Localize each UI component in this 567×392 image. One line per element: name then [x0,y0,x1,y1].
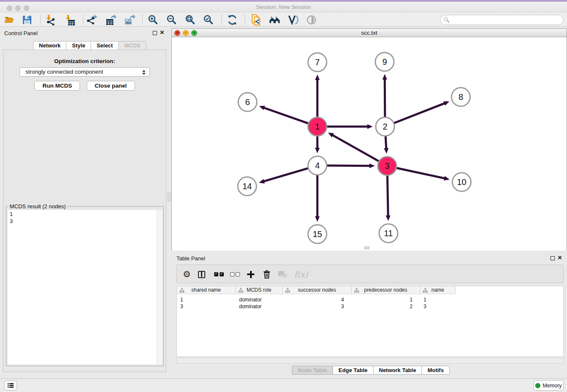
optimization-label: Optimization criterion: [3,58,166,64]
close-panel-icon[interactable]: × [558,254,562,262]
table-tab-node-table[interactable]: Node Table [292,366,333,375]
dropdown-stepper-icon [142,69,146,76]
toolbar-separator [142,15,143,25]
splitter-grip[interactable] [364,246,369,249]
result-scrollbar[interactable] [157,210,162,364]
vizmapper-icon[interactable] [287,14,298,25]
zoom-in-icon[interactable] [148,14,159,25]
toolbar-separator [40,15,41,25]
export-network-icon[interactable] [87,14,98,25]
edge-2-8[interactable] [393,103,445,124]
zoom-selected-icon[interactable] [203,14,214,25]
node-label-4: 4 [315,161,319,170]
tab-network[interactable]: Network [33,41,66,50]
edge-arrowhead [259,106,265,110]
zoom-fit-icon[interactable] [185,14,196,25]
table-panel: Table Panel × ⚙ f(x) shared nameMCDS rol… [171,252,567,378]
panel-divider-grip[interactable] [168,192,171,202]
column-header-name[interactable]: name [420,286,456,294]
delete-column-icon[interactable] [263,265,271,284]
table-cell[interactable]: dominator [236,296,283,303]
edge-2-3[interactable] [385,135,386,149]
table-settings-icon[interactable]: ⚙ [183,265,191,284]
delete-table-icon [278,265,287,284]
table-panel-header: Table Panel × [171,252,567,264]
network-canvas[interactable]: 1234678910111415 [172,38,567,251]
edge-arrowhead [259,179,265,184]
column-header-shared-name[interactable]: shared name [177,286,236,294]
column-header-MCDS-role[interactable]: MCDS role [236,286,283,294]
table-cell[interactable]: 1 [420,296,456,303]
table-cell[interactable]: 4 [283,296,352,303]
memory-status-icon [535,383,540,388]
node-label-1: 1 [315,122,319,131]
search-input[interactable] [440,15,564,25]
import-network-icon[interactable] [45,14,56,25]
column-header-successor-nodes[interactable]: successor nodes [283,286,352,294]
edge-3-10[interactable] [396,168,445,178]
tab-style[interactable]: Style [66,41,91,50]
table-cell[interactable]: 2 [352,303,420,310]
edge-arrowhead [384,148,388,154]
edge-3-1[interactable] [332,135,380,162]
table-cell[interactable]: 1 [352,296,420,303]
float-panel-icon[interactable] [153,31,157,35]
save-icon[interactable] [22,14,33,25]
optimization-dropdown-value: strongly connected component [25,69,103,75]
table-cell[interactable]: dominator [236,303,283,310]
refresh-layout-icon[interactable] [227,14,238,25]
export-table-icon[interactable] [105,14,116,25]
toolbar-separator [221,15,222,25]
network-view-title: scc.txt [172,30,567,36]
create-column-icon[interactable] [247,265,254,284]
close-panel-icon[interactable]: × [160,29,164,36]
tab-mcds[interactable]: MCDS [118,41,146,50]
network-graph[interactable]: 1234678910111415 [172,38,567,251]
node-table[interactable]: shared nameMCDS rolesuccessor nodesprede… [176,286,564,357]
mcds-result-group: MCDS result (2 nodes) 1 3 [6,206,164,366]
home-icon[interactable] [269,14,280,25]
table-cell[interactable]: 1 [177,296,236,303]
table-scrollbar[interactable] [176,358,564,364]
edge-arrowhead [386,215,391,221]
close-panel-button[interactable]: Close panel [87,81,135,91]
network-window-titlebar[interactable]: ✕ − + scc.txt [172,29,567,37]
mcds-result-text[interactable]: 1 3 [8,210,157,364]
table-cell[interactable]: 3 [420,303,456,310]
memory-button[interactable]: Memory [534,380,564,391]
edge-4-3[interactable] [326,166,370,166]
optimization-dropdown[interactable]: strongly connected component [19,67,150,77]
node-label-10: 10 [457,177,466,187]
node-label-11: 11 [384,229,393,238]
unselect-all-columns-icon[interactable] [230,265,241,284]
select-all-columns-icon[interactable] [214,265,225,284]
run-mcds-button[interactable]: Run MCDS [34,81,80,91]
tab-select[interactable]: Select [91,41,118,50]
edge-4-14[interactable] [263,168,309,182]
main-toolbar [0,13,567,27]
node-label-2: 2 [383,122,387,131]
edge-1-6[interactable] [264,108,309,124]
node-label-8: 8 [458,92,463,102]
edge-2-9[interactable] [385,79,385,118]
zoom-out-icon[interactable] [166,14,177,25]
table-cell[interactable]: 3 [177,303,236,310]
export-image-icon[interactable] [124,14,135,25]
memory-label: Memory [542,383,561,389]
table-tab-edge-table[interactable]: Edge Table [333,366,373,375]
duplicate-network-icon[interactable] [250,14,261,25]
table-tab-network-table[interactable]: Network Table [373,366,422,375]
table-tab-motifs[interactable]: Motifs [421,366,449,375]
column-browser-icon[interactable] [198,265,205,284]
status-bar: Memory [0,378,567,392]
edge-arrowhead [369,163,375,168]
toolbar-separator [245,15,245,25]
import-table-icon[interactable] [65,14,76,25]
table-cell[interactable]: 3 [283,303,352,310]
column-header-predecessor-nodes[interactable]: predecessor nodes [352,286,420,294]
open-folder-icon[interactable] [4,14,15,25]
control-panel-header: Control Panel × [0,27,171,39]
task-history-button[interactable] [4,381,17,390]
edge-3-11[interactable] [387,174,388,216]
float-panel-icon[interactable] [550,256,555,260]
